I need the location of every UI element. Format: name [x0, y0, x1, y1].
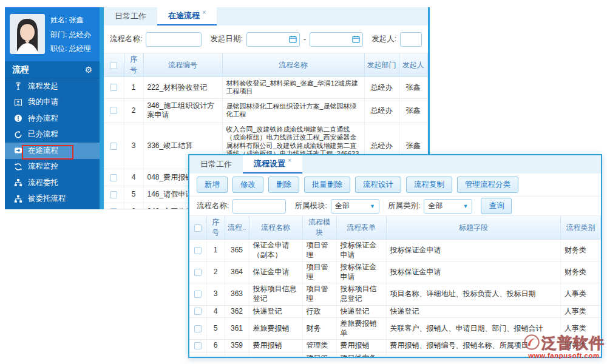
cell-name: 项目线索 — [249, 352, 302, 357]
row-checkbox[interactable] — [194, 325, 202, 332]
module-select[interactable]: 全部▼ — [331, 199, 379, 214]
cell-cat: 财务类 — [561, 240, 601, 261]
flow-name-label: 流程名称: — [197, 201, 229, 211]
sidebar-item-流程发起[interactable]: 流程发起 — [5, 78, 100, 95]
cell-name: 投标项目信息登记 — [249, 283, 302, 305]
sidebar-item-流程委托[interactable]: 流程委托 — [5, 175, 100, 191]
cell-title: 关联客户、报销人、申请日期、部门、报销合计 — [386, 318, 561, 340]
cell-module: 财务 — [302, 318, 336, 340]
cell-module: 项目管理 — [302, 352, 336, 357]
select-all-checkbox[interactable] — [110, 62, 117, 69]
batch-delete-button[interactable]: 批量删除 — [304, 177, 350, 193]
toolbar: 新增 修改 删除 批量删除 流程设计 流程复制 管理流程分类 — [189, 174, 601, 196]
col-no: 序号 — [206, 216, 225, 240]
front-window: 日常工作 流程设置 × 新增 修改 删除 批量删除 流程设计 流程复制 管理流程… — [188, 154, 602, 358]
row-checkbox[interactable] — [110, 107, 117, 114]
cell-no: 3 — [124, 123, 143, 169]
select-all-checkbox-cell — [189, 216, 206, 240]
row-checkbox[interactable] — [110, 143, 117, 150]
category-select[interactable]: 全部▼ — [424, 199, 472, 214]
cell-name: 保证金申请（副本） — [249, 240, 302, 261]
sidebar-item-label: 待办流程 — [28, 113, 58, 124]
cell-module: 管理类 — [302, 340, 336, 352]
sidebar-item-被委托流程[interactable]: 被委托流程 — [5, 191, 100, 207]
sidebar-item-待办流程[interactable]: 待办流程 — [5, 110, 100, 127]
gear-icon[interactable]: ⚙ — [84, 65, 92, 75]
cell-form: 项目线索备案 — [336, 352, 386, 357]
row-checkbox[interactable] — [110, 84, 117, 91]
cell-title: 投标保证金申请 — [386, 261, 561, 283]
select-all-checkbox[interactable] — [194, 224, 202, 232]
cell-no: 4 — [206, 305, 225, 318]
back-filter-row: 流程名称: 发起日期: - 发起人: — [104, 25, 428, 53]
cell-cat: 人事类 — [561, 283, 601, 305]
manage-category-button[interactable]: 管理流程分类 — [457, 177, 518, 193]
date-range-separator: - — [304, 35, 306, 44]
user-panel: 姓名: 张鑫 部门: 总经办 职位: 总经理 — [5, 7, 100, 61]
row-checkbox[interactable] — [194, 247, 202, 254]
date-from-input[interactable] — [246, 32, 300, 47]
sidebar-item-label: 流程发起 — [28, 81, 58, 92]
initiator-label: 发起人: — [371, 34, 396, 44]
add-button[interactable]: 新增 — [197, 177, 228, 193]
category-label: 所属类别: — [388, 201, 420, 211]
flow-design-button[interactable]: 流程设计 — [355, 177, 401, 193]
table-row: 3363投标项目信息登记项目管理投标项目信息登记项目名称、详细地址、投标负责人、… — [189, 283, 601, 305]
flow-settings-table-wrap: 序号 流程.. 流程名称 流程模块 流程表单 标题字段 流程类别 1365保证金… — [189, 215, 601, 357]
row-checkbox[interactable] — [110, 174, 117, 181]
col-title-fields: 标题字段 — [386, 216, 561, 240]
sidebar-item-已办流程[interactable]: 已办流程 — [5, 127, 100, 143]
cell-no: 1 — [124, 77, 143, 99]
select-all-checkbox-cell — [104, 53, 124, 77]
cell-code: 363 — [225, 283, 249, 305]
front-filter-row: 流程名称: 所属模块: 全部▼ 所属类别: 全部▼ 查询 — [189, 196, 601, 215]
row-checkbox[interactable] — [110, 191, 117, 198]
date-to-input[interactable] — [310, 32, 363, 47]
row-checkbox[interactable] — [194, 269, 202, 276]
initiator-input[interactable] — [400, 32, 422, 47]
cell-form: 投标项目信息登记 — [336, 283, 386, 305]
table-row: 2346_施工组织设计方案申请晟铭园林绿化工程组织设计方案_晟铭园林绿化工程总经… — [104, 98, 428, 123]
cell-no: 7 — [206, 352, 225, 357]
tab-daily-work[interactable]: 日常工作 — [189, 155, 243, 174]
flow-name-input[interactable] — [232, 199, 286, 214]
tab-flow-settings[interactable]: 流程设置 × — [243, 155, 302, 174]
close-tab-icon[interactable]: × — [202, 8, 206, 16]
close-tab-icon[interactable]: × — [288, 157, 291, 164]
calendar-icon[interactable] — [289, 35, 297, 43]
cell-no: 5 — [206, 318, 225, 340]
cell-title: 详细地址 — [386, 352, 561, 357]
search-button[interactable]: 查询 — [481, 198, 512, 214]
sidebar-item-流程监控[interactable]: 流程监控 — [5, 159, 100, 175]
cell-form: 投标保证金申请 — [336, 261, 386, 283]
col-name: 流程名称 — [249, 216, 302, 240]
flow-name-input[interactable] — [146, 32, 202, 47]
org-tree-icon — [13, 194, 22, 203]
table-row: 5361差旅费报销财务差旅费报销单关联客户、报销人、申请日期、部门、报销合计人事… — [189, 318, 601, 340]
delete-button[interactable]: 删除 — [268, 177, 299, 193]
cell-dept: 总经办 — [364, 98, 399, 123]
cell-no: 4 — [124, 169, 143, 186]
row-checkbox[interactable] — [194, 291, 202, 298]
cell-form: 差旅费报销单 — [336, 318, 386, 340]
cell-cat: 人事类 — [561, 318, 601, 340]
sync-icon — [13, 162, 22, 171]
col-name: 流程名称 — [222, 53, 364, 77]
chevron-down-icon: ▼ — [370, 203, 375, 209]
tab-daily-work[interactable]: 日常工作 — [104, 7, 157, 25]
row-checkbox[interactable] — [110, 208, 117, 209]
edit-button[interactable]: 修改 — [232, 177, 263, 193]
row-checkbox[interactable] — [194, 308, 202, 315]
cell-name: 快递登记 — [249, 305, 302, 318]
sidebar-item-我的申请[interactable]: 我的申请 — [5, 95, 100, 111]
sidebar-header: 流程 ⚙ — [5, 61, 100, 78]
table-row: 1222_材料验收登记材料验收登记_材料采购_张鑫_华润12城房建工程项目总经办… — [104, 77, 428, 99]
redo-icon — [13, 130, 22, 139]
flow-copy-button[interactable]: 流程复制 — [406, 177, 452, 193]
tab-in-transit[interactable]: 在途流程 × — [157, 7, 217, 25]
row-checkbox[interactable] — [194, 342, 202, 349]
calendar-icon[interactable] — [352, 35, 360, 43]
org-tree-icon — [13, 178, 22, 187]
cell-name: 材料验收登记_材料采购_张鑫_华润12城房建工程项目 — [222, 77, 364, 99]
col-user: 发起人 — [399, 53, 428, 77]
